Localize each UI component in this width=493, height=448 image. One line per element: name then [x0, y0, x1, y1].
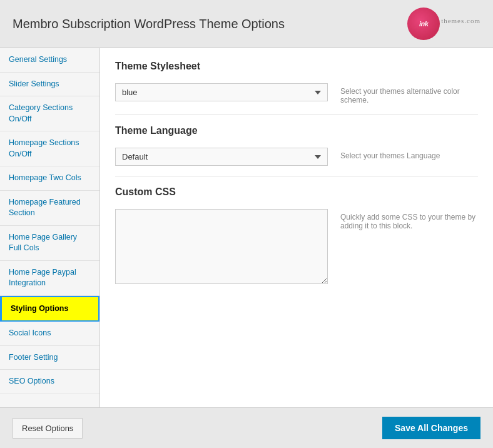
sidebar-item-slider-settings[interactable]: Slider Settings	[0, 73, 99, 97]
reset-button[interactable]: Reset Options	[13, 418, 83, 439]
sidebar-item-homepage-gallery[interactable]: Home Page Gallery Full Cols	[0, 226, 99, 261]
divider-1	[115, 115, 478, 115]
sidebar-item-seo-options[interactable]: SEO Options	[0, 370, 99, 394]
stylesheet-control: blue red green default	[115, 83, 328, 101]
language-control: Default English French German Spanish	[115, 148, 328, 166]
language-field-row: Default English French German Spanish Se…	[115, 148, 478, 166]
header: Membro Subscription WordPress Theme Opti…	[0, 0, 493, 48]
sidebar-item-general-settings[interactable]: General Settings	[0, 48, 99, 73]
sidebar-item-footer-setting[interactable]: Footer Setting	[0, 346, 99, 370]
logo-circle: ink	[407, 8, 440, 40]
stylesheet-section-title: Theme Stylesheet	[115, 61, 478, 76]
language-select[interactable]: Default English French German Spanish	[115, 148, 328, 166]
logo-main-text: themes	[441, 17, 464, 24]
css-help: Quickly add some CSS to your theme by ad…	[340, 209, 478, 230]
stylesheet-select[interactable]: blue red green default	[115, 83, 328, 101]
sidebar-item-styling-options[interactable]: Styling Options	[0, 296, 99, 322]
logo-text: themes.com	[441, 16, 480, 32]
divider-2	[115, 176, 478, 176]
css-control	[115, 209, 328, 286]
stylesheet-help: Select your themes alternative color sch…	[340, 83, 478, 104]
css-field-row: Quickly add some CSS to your theme by ad…	[115, 209, 478, 286]
logo: ink themes.com	[407, 8, 480, 40]
sidebar-item-category-sections[interactable]: Category Sections On/Off	[0, 96, 99, 131]
sidebar-item-social-icons[interactable]: Social Icons	[0, 322, 99, 346]
content-area: Theme Stylesheet blue red green default …	[100, 48, 493, 407]
main-area: General Settings Slider Settings Categor…	[0, 48, 493, 407]
sidebar: General Settings Slider Settings Categor…	[0, 48, 100, 407]
css-section-title: Custom CSS	[115, 186, 478, 201]
logo-suffix: .com	[464, 17, 480, 24]
language-help: Select your themes Language	[340, 148, 478, 160]
stylesheet-field-row: blue red green default Select your theme…	[115, 83, 478, 104]
sidebar-item-homepage-sections[interactable]: Homepage Sections On/Off	[0, 131, 99, 166]
footer: Reset Options Save All Changes	[0, 407, 493, 448]
sidebar-item-homepage-paypal[interactable]: Home Page Paypal Integration	[0, 261, 99, 296]
language-section-title: Theme Language	[115, 125, 478, 140]
page-title: Membro Subscription WordPress Theme Opti…	[13, 17, 285, 31]
sidebar-item-homepage-two-cols[interactable]: Homepage Two Cols	[0, 166, 99, 191]
logo-circle-text: ink	[419, 20, 428, 28]
save-button[interactable]: Save All Changes	[382, 417, 480, 439]
custom-css-textarea[interactable]	[115, 209, 328, 284]
sidebar-item-homepage-featured[interactable]: Homepage Featured Section	[0, 191, 99, 226]
